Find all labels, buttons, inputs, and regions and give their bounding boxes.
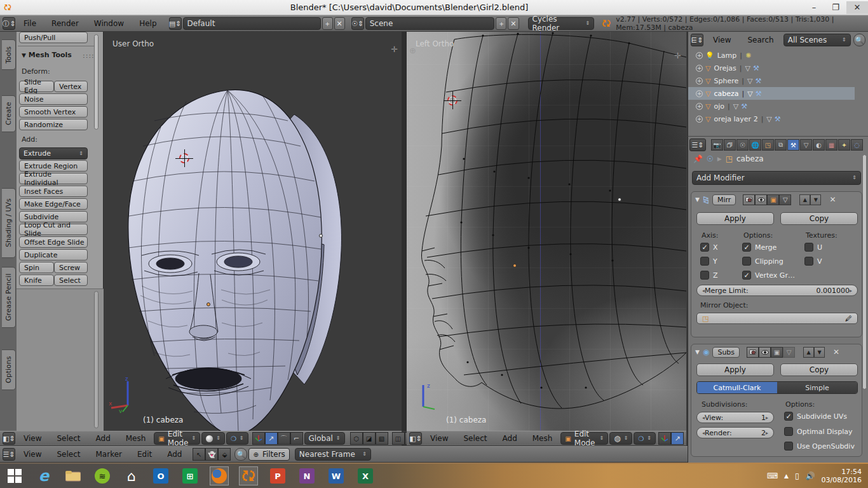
tab-scene-icon[interactable]: ☉ xyxy=(736,139,749,151)
tab-object-icon[interactable]: ◳ xyxy=(762,139,774,151)
tab-physics-icon[interactable]: ◌ xyxy=(851,139,863,151)
occlude-geometry-icon[interactable]: ◫ xyxy=(392,432,405,445)
menu-view[interactable]: View xyxy=(17,434,48,443)
slide-edge-button[interactable]: Slide Edg xyxy=(19,81,54,92)
expand-properties-region-icon[interactable]: ✛ xyxy=(674,51,681,60)
add-scene-button[interactable]: ＋ xyxy=(496,17,506,30)
close-button[interactable]: ✕ xyxy=(846,1,868,14)
outliner-row-orejas[interactable]: + ▽ Orejas| ▽ ⚒ xyxy=(688,62,855,74)
delete-scene-button[interactable]: ✕ xyxy=(508,17,519,30)
tab-render-layers-icon[interactable]: 🗇 xyxy=(724,139,736,151)
collapse-arrow-icon[interactable]: ▼ xyxy=(695,196,700,203)
scene-icon[interactable]: ☉⇕ xyxy=(351,17,364,30)
viewport-3d-user[interactable]: User Ortho ✛ z x y (1) cabeza xyxy=(104,32,402,431)
manipulator-rotate-icon[interactable]: ⌒ xyxy=(278,432,290,445)
home-icon[interactable]: ⌂ xyxy=(122,466,141,485)
tab-modifiers-icon[interactable]: ⚒ xyxy=(787,139,799,151)
menu-add[interactable]: Add xyxy=(89,434,118,443)
mesh-data-icon[interactable]: ▽ xyxy=(766,115,771,123)
manipulator-axis-icon[interactable] xyxy=(658,432,671,445)
delete-modifier-icon[interactable]: ✕ xyxy=(829,195,836,204)
axis-y-checkbox[interactable] xyxy=(700,257,709,266)
internet-explorer-icon[interactable]: e xyxy=(34,466,53,485)
expand-toolshelf-region-icon[interactable]: ⊕ xyxy=(409,46,416,55)
texture-u-checkbox[interactable] xyxy=(804,243,813,252)
outliner-row-oreja-layer-2[interactable]: + ▽ oreja layer 2| ▽ ⚒ xyxy=(688,112,855,125)
pivot-point-selector[interactable]: ❍⇕ xyxy=(226,432,248,445)
copy-button[interactable]: Copy xyxy=(780,363,858,376)
mesh-data-icon[interactable]: ▽ xyxy=(745,64,750,72)
select-button[interactable]: Select xyxy=(54,274,88,286)
screw-button[interactable]: Screw xyxy=(54,262,88,273)
ghost-frames-icon[interactable]: 👻 xyxy=(205,448,218,461)
axis-z-checkbox[interactable] xyxy=(700,271,709,280)
move-down-icon[interactable]: ▼ xyxy=(810,194,821,205)
view-subdivisions-field[interactable]: ◂View: 1▸ xyxy=(696,412,774,423)
axis-x-checkbox[interactable]: ✓ xyxy=(700,243,709,252)
render-toggle-icon[interactable] xyxy=(743,194,755,205)
tab-create[interactable]: Create xyxy=(2,95,16,132)
optimal-display-checkbox[interactable] xyxy=(784,427,793,436)
slide-vertex-button[interactable]: Vertex xyxy=(54,81,88,92)
tool-shelf-scrollbar[interactable] xyxy=(94,34,98,130)
cage-toggle-icon[interactable]: ▽ xyxy=(779,194,791,205)
transform-orientation-selector[interactable]: Global⇕ xyxy=(304,432,345,445)
lamp-data-icon[interactable]: ✺ xyxy=(745,51,751,60)
restore-button[interactable]: ❐ xyxy=(825,1,846,14)
minimize-button[interactable]: – xyxy=(803,1,825,14)
edit-mode-toggle-icon[interactable]: ▣ xyxy=(767,194,779,205)
delete-layout-button[interactable]: ✕ xyxy=(334,17,345,30)
texture-v-checkbox[interactable] xyxy=(804,257,813,266)
render-subdivisions-field[interactable]: ◂Render: 2▸ xyxy=(696,427,774,438)
render-engine-selector[interactable]: Cycles Render⇕ xyxy=(528,17,595,30)
manipulator-scale-icon[interactable]: ⌐ xyxy=(290,432,303,445)
volume-icon[interactable]: 🔊 xyxy=(806,471,815,480)
vertex-select-mode-icon[interactable]: ⬡ xyxy=(350,432,363,445)
tab-material-icon[interactable]: ◐ xyxy=(813,139,825,151)
tab-data-icon[interactable]: ▽ xyxy=(800,139,812,151)
loop-cut-button[interactable]: Loop Cut and Slide xyxy=(19,224,88,235)
modifier-wrench-icon[interactable]: ⚒ xyxy=(755,77,761,85)
expand-icon[interactable]: + xyxy=(696,116,703,123)
filters-button[interactable]: ⊕Filters xyxy=(248,448,289,461)
menu-view[interactable]: View xyxy=(423,434,455,443)
edge-select-mode-icon[interactable]: ◪ xyxy=(363,432,376,445)
modifier-wrench-icon[interactable]: ⚒ xyxy=(756,90,762,98)
editor-type-properties-icon[interactable]: ☰⇕ xyxy=(689,139,706,151)
knife-button[interactable]: Knife xyxy=(19,274,54,286)
menu-mesh[interactable]: Mesh xyxy=(526,434,560,443)
tab-shading-uvs[interactable]: Shading / UVs xyxy=(2,188,16,258)
offset-edge-slide-button[interactable]: Offset Edge Slide xyxy=(19,236,88,248)
mesh-data-icon[interactable]: ▽ xyxy=(747,77,752,85)
delete-modifier-icon[interactable]: ✕ xyxy=(833,348,839,356)
editor-type-3dview-icon[interactable]: ◧⇕ xyxy=(409,432,422,445)
extrude-dropdown[interactable]: Extrude⇕ xyxy=(19,147,88,159)
tab-constraints-icon[interactable]: ⧉ xyxy=(775,139,787,151)
viewport-visibility-toggle-icon[interactable] xyxy=(759,347,771,358)
tab-texture-icon[interactable]: ▦ xyxy=(825,139,837,151)
randomize-button[interactable]: Randomize xyxy=(19,119,88,130)
blender-icon[interactable]: 🗘 xyxy=(239,466,258,485)
search-filter-icon[interactable]: 🔍 xyxy=(234,448,247,461)
menu-render[interactable]: Render xyxy=(44,19,86,28)
apply-button[interactable]: Apply xyxy=(696,363,774,376)
firefox-icon[interactable] xyxy=(210,466,229,485)
move-down-icon[interactable]: ▼ xyxy=(814,347,825,358)
screen-layout-selector[interactable]: Default xyxy=(183,17,321,30)
properties-scrollbar[interactable] xyxy=(862,154,867,390)
move-up-icon[interactable]: ▲ xyxy=(799,194,810,205)
modifier-wrench-icon[interactable]: ⚒ xyxy=(753,64,759,72)
tab-grease-pencil[interactable]: Grease Pencil xyxy=(2,267,16,328)
edit-mode-toggle-icon[interactable]: ▣ xyxy=(771,347,783,358)
face-select-mode-icon[interactable]: ▧ xyxy=(376,432,388,445)
start-button[interactable] xyxy=(5,466,24,485)
viewport-shading-selector[interactable]: ⇕ xyxy=(201,432,225,445)
tab-world-icon[interactable]: 🌐 xyxy=(749,139,761,151)
outliner-row-sphere[interactable]: + ▽ Sphere| ▽ ⚒ xyxy=(688,74,855,87)
viewport-shading-selector[interactable]: ◍⇕ xyxy=(609,432,632,445)
mesh-tools-panel-header[interactable]: ▼ Mesh Tools xyxy=(22,51,72,59)
tab-tools[interactable]: Tools xyxy=(2,39,16,70)
expand-icon[interactable]: + xyxy=(696,65,703,72)
tool-shelf-scrollbar-lower[interactable] xyxy=(94,291,98,428)
keyboard-icon[interactable]: ⌨ xyxy=(767,471,778,480)
